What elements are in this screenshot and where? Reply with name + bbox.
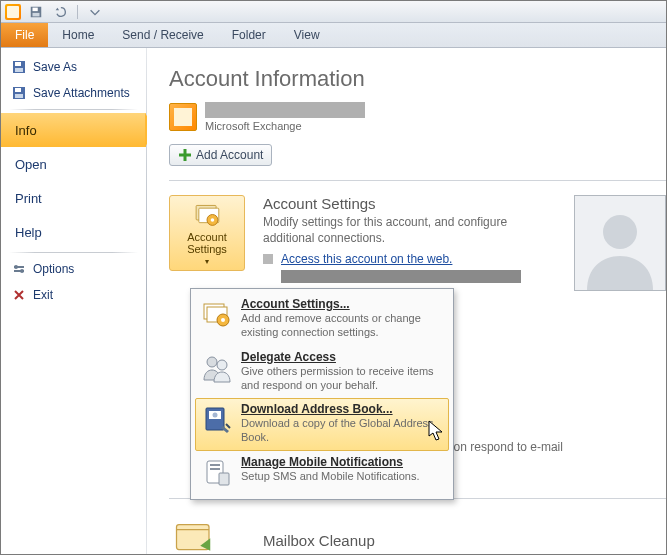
nav-label: Save As bbox=[33, 60, 77, 74]
svg-rect-7 bbox=[15, 88, 21, 92]
svg-rect-8 bbox=[15, 94, 23, 98]
dropdown-indicator-icon: ▾ bbox=[205, 257, 209, 266]
section-title: Mailbox Cleanup bbox=[263, 532, 666, 549]
menu-desc: Setup SMS and Mobile Notifications. bbox=[241, 469, 443, 483]
section-mailbox-cleanup: Mailbox Cleanup Manage the size of your … bbox=[169, 532, 666, 554]
menu-download-address-book[interactable]: Download Address Book... Download a copy… bbox=[195, 398, 449, 451]
qat-save-icon[interactable] bbox=[27, 3, 45, 21]
svg-point-12 bbox=[20, 269, 24, 273]
menu-desc: Give others permission to receive items … bbox=[241, 364, 443, 393]
exit-icon bbox=[11, 287, 27, 303]
delegate-icon bbox=[201, 352, 233, 384]
app-icon bbox=[5, 4, 21, 20]
account-type: Microsoft Exchange bbox=[205, 120, 365, 132]
settings-folder-icon bbox=[191, 200, 223, 229]
menu-manage-mobile[interactable]: Manage Mobile Notifications Setup SMS an… bbox=[195, 451, 449, 495]
left-nav: Save As Save Attachments Info Open Print… bbox=[1, 48, 146, 554]
menu-title: Manage Mobile Notifications bbox=[241, 455, 443, 469]
plus-icon bbox=[178, 148, 192, 162]
tab-folder[interactable]: Folder bbox=[218, 23, 280, 47]
contact-photo[interactable] bbox=[574, 195, 666, 291]
nav-save-as[interactable]: Save As bbox=[1, 54, 146, 80]
save-icon bbox=[11, 59, 27, 75]
page-title: Account Information bbox=[169, 66, 666, 92]
attachment-icon bbox=[11, 85, 27, 101]
svg-rect-14 bbox=[179, 154, 191, 157]
section-account-settings: Account Settings ▾ Account Settings Modi… bbox=[169, 195, 666, 283]
button-label: Account Settings bbox=[174, 231, 240, 255]
nav-separator bbox=[9, 252, 138, 253]
person-silhouette-icon bbox=[575, 200, 665, 290]
account-icon bbox=[169, 103, 197, 131]
svg-rect-5 bbox=[15, 68, 23, 72]
svg-rect-31 bbox=[210, 464, 220, 466]
account-settings-dropdown: Account Settings... Add and remove accou… bbox=[190, 288, 454, 500]
menu-desc: Add and remove accounts or change existi… bbox=[241, 311, 443, 340]
qat-separator bbox=[77, 5, 78, 19]
add-account-button[interactable]: Add Account bbox=[169, 144, 272, 166]
tab-file[interactable]: File bbox=[1, 23, 48, 47]
nav-label: Save Attachments bbox=[33, 86, 130, 100]
tab-send-receive[interactable]: Send / Receive bbox=[108, 23, 217, 47]
account-name-redacted bbox=[205, 102, 365, 118]
account-row: Microsoft Exchange bbox=[169, 102, 666, 132]
svg-rect-32 bbox=[210, 468, 220, 470]
qat-undo-icon[interactable] bbox=[51, 3, 69, 21]
svg-rect-33 bbox=[219, 473, 229, 485]
section-desc: Modify settings for this account, and co… bbox=[263, 214, 523, 246]
owa-link[interactable]: Access this account on the web. bbox=[281, 252, 452, 266]
svg-rect-4 bbox=[15, 62, 21, 66]
nav-open[interactable]: Open bbox=[1, 147, 146, 181]
tab-view[interactable]: View bbox=[280, 23, 334, 47]
nav-exit[interactable]: Exit bbox=[1, 282, 146, 308]
nav-help[interactable]: Help bbox=[1, 215, 146, 249]
nav-options[interactable]: Options bbox=[1, 256, 146, 282]
svg-point-24 bbox=[221, 318, 225, 322]
menu-title: Delegate Access bbox=[241, 350, 443, 364]
section-desc: Manage the size of your mailbox by empty… bbox=[263, 551, 623, 554]
svg-point-11 bbox=[14, 265, 18, 269]
svg-point-29 bbox=[213, 413, 218, 418]
svg-rect-2 bbox=[33, 12, 40, 16]
account-settings-button[interactable]: Account Settings ▾ bbox=[169, 195, 245, 271]
nav-info[interactable]: Info bbox=[1, 113, 146, 147]
hr bbox=[169, 180, 666, 181]
cleanup-icon bbox=[169, 512, 219, 554]
menu-title: Download Address Book... bbox=[241, 402, 443, 416]
qat-customize-icon[interactable] bbox=[86, 3, 104, 21]
menu-title: Account Settings... bbox=[241, 297, 443, 311]
svg-point-26 bbox=[217, 360, 227, 370]
ribbon-tabs: File Home Send / Receive Folder View bbox=[1, 23, 666, 48]
nav-separator bbox=[9, 109, 138, 110]
mobile-icon bbox=[201, 457, 233, 489]
add-account-label: Add Account bbox=[196, 148, 263, 162]
nav-label: Exit bbox=[33, 288, 53, 302]
svg-point-18 bbox=[211, 218, 215, 222]
bullet-icon bbox=[263, 254, 273, 264]
menu-delegate-access[interactable]: Delegate Access Give others permission t… bbox=[195, 346, 449, 399]
settings-folder-icon bbox=[201, 299, 233, 331]
nav-label: Options bbox=[33, 262, 74, 276]
menu-account-settings[interactable]: Account Settings... Add and remove accou… bbox=[195, 293, 449, 346]
svg-rect-1 bbox=[33, 7, 38, 11]
svg-point-19 bbox=[603, 215, 637, 249]
title-bar bbox=[1, 1, 666, 23]
svg-point-25 bbox=[207, 357, 217, 367]
nav-save-attachments[interactable]: Save Attachments bbox=[1, 80, 146, 106]
options-icon bbox=[11, 261, 27, 277]
menu-desc: Download a copy of the Global Address Bo… bbox=[241, 416, 443, 445]
address-book-icon bbox=[201, 404, 233, 436]
tab-home[interactable]: Home bbox=[48, 23, 108, 47]
nav-print[interactable]: Print bbox=[1, 181, 146, 215]
url-redacted bbox=[281, 270, 521, 283]
